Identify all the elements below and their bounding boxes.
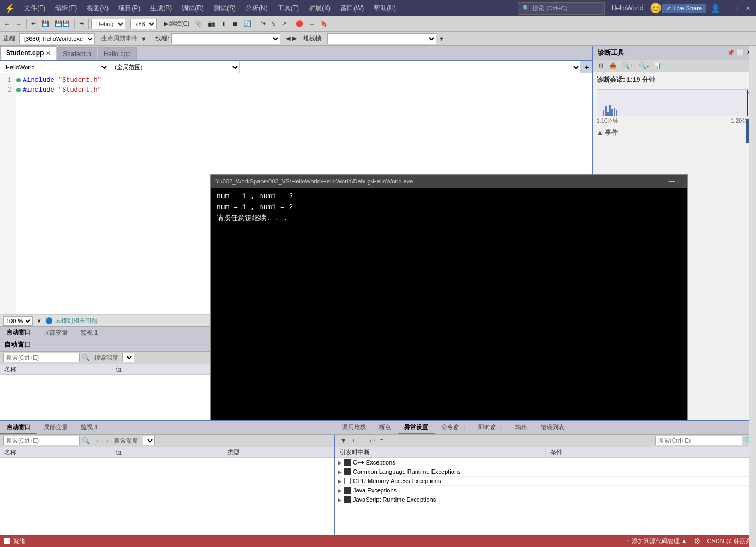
class-scope-select[interactable]: HelloWorld [0,61,109,73]
project-name: HelloWorld [611,4,643,12]
menu-edit[interactable]: 编辑(E) [51,2,81,15]
status-text: 就绪 [13,537,25,545]
platform-select[interactable]: x86 [130,19,157,29]
step-into-button[interactable]: ↘ [269,19,278,28]
undo-button[interactable]: ↩ [29,19,38,28]
back-button[interactable]: ← [2,20,13,28]
nav-left-btn[interactable]: ← [95,437,101,444]
profile-icon[interactable]: 👤 [711,4,720,13]
except-tab-6[interactable]: 输出 [509,421,534,434]
expand-4[interactable]: ▶ [338,497,342,503]
show-next-button[interactable]: → [307,20,317,28]
console-minimize-button[interactable]: — [669,177,675,185]
columns-btn[interactable]: ≡ [379,437,385,444]
restore-default-btn[interactable]: ↩ [368,437,376,445]
step-out-button[interactable]: ↗ [279,19,289,28]
check-icon: 🔵 [45,317,53,324]
filter-icon[interactable]: ▼ [339,437,348,444]
auto-tab-1[interactable]: 自动窗口 [0,421,37,434]
nav-back-icon[interactable]: ◀ [286,35,290,42]
tab-student-h[interactable]: Student.h [57,47,97,60]
menu-help[interactable]: 帮助(H) [369,2,400,15]
close-button[interactable]: ✕ [744,4,752,12]
auto-tab-auto[interactable]: 自动窗口 [0,326,37,339]
auto-tab-2[interactable]: 局部变量 [37,421,74,434]
menu-extensions[interactable]: 扩展(X) [304,2,335,15]
diag-close-button[interactable]: ✕ [747,49,752,56]
save-button[interactable]: 💾 [39,19,51,28]
redo-button[interactable]: ↪ [77,19,86,28]
console-maximize-button[interactable]: □ [679,177,682,185]
except-tab-1[interactable]: 调用堆栈 [335,421,373,434]
diag-zoom-in-icon[interactable]: 🔍+ [621,62,635,70]
step-over-button[interactable]: ↷ [259,19,268,28]
except-label-4: JavaScript Runtime Exceptions [353,496,436,503]
expand-3[interactable]: ▶ [338,487,342,494]
menu-analyze[interactable]: 分析(N) [241,2,272,15]
except-icon-0 [344,459,351,466]
console-window: Y:\002_WorkSpace\002_VS\HelloWorld\Hello… [210,174,688,420]
add-source-button[interactable]: ↑ 添加到源代码管理 ▲ [627,537,687,545]
menu-view[interactable]: 视图(V) [82,2,113,15]
auto-search-input[interactable] [3,353,80,362]
search-depth-bottom-select[interactable] [143,436,155,445]
search-depth-select[interactable] [122,353,134,362]
add-exception-btn[interactable]: + [350,437,357,444]
member-scope-select[interactable] [240,61,580,73]
expand-1[interactable]: ▶ [338,469,342,475]
auto-tab-watch1[interactable]: 监视 1 [74,327,104,338]
process-select[interactable]: [3680] HelloWorld.exe [19,33,95,44]
restore-button[interactable]: □ [734,4,742,12]
restart-button[interactable]: 🔄 [242,19,254,28]
remove-exception-btn[interactable]: − [359,437,365,444]
nav-fwd-icon[interactable]: ▶ [292,35,297,42]
diag-export-icon[interactable]: 📤 [608,62,619,70]
menu-build[interactable]: 生成(B) [146,2,176,15]
method-scope-select[interactable]: (全局范围) [109,61,240,73]
diag-pin-button[interactable]: 📌 [727,49,735,56]
diag-zoom-out-icon[interactable]: 🔍- [637,62,650,70]
diag-float-button[interactable]: ⬜ [737,49,745,56]
except-tab-5[interactable]: 即时窗口 [472,421,509,434]
save-all-button[interactable]: 💾💾 [52,19,72,28]
breakpoints-button[interactable]: 🔴 [293,19,305,28]
menu-window[interactable]: 窗口(W) [336,2,368,15]
search-box[interactable]: 🔍 搜索 (Ctrl+Q) [518,2,605,15]
forward-button[interactable]: → [14,20,24,28]
attach-button[interactable]: 📎 [193,19,205,28]
nav-right-btn[interactable]: → [104,437,110,444]
zoom-select[interactable]: 100 % [3,316,33,326]
git-icon[interactable]: ⚙ [694,537,701,545]
expand-0[interactable]: ▶ [338,460,342,466]
except-tab-7[interactable]: 错误列表 [534,421,571,434]
thread-select[interactable] [171,33,280,44]
stop-button[interactable]: ⏹ [230,20,241,28]
expand-2[interactable]: ▶ [338,478,342,484]
menu-project[interactable]: 项目(P) [114,2,145,15]
stack-select[interactable] [327,33,436,44]
diag-chart-icon[interactable]: 📊 [652,62,663,70]
menu-tools[interactable]: 工具(T) [273,2,303,15]
diag-settings-icon[interactable]: ⚙ [597,62,605,70]
continue-button[interactable]: ▶ 继续(C) [161,19,191,29]
except-search-input[interactable] [655,436,742,445]
auto-search-bottom-input[interactable] [3,436,80,445]
except-tab-3[interactable]: 异常设置 [398,421,435,434]
debug-config-select[interactable]: Debug [91,19,125,29]
auto-tab-3[interactable]: 监视 1 [74,421,104,434]
tab-student-cpp[interactable]: Student.cpp ✕ [0,46,56,60]
pause-button[interactable]: ⏸ [219,20,229,28]
menu-file[interactable]: 文件(F) [20,2,50,15]
tab-hello-cpp[interactable]: Hello.cpp [98,47,137,60]
auto-tab-locals[interactable]: 局部变量 [37,327,74,338]
bookmark-button[interactable]: 🔖 [318,19,330,28]
add-file-button[interactable]: + [580,61,592,73]
screenshot-button[interactable]: 📷 [206,19,218,28]
live-share-button[interactable]: ↗ Live Share [662,4,706,13]
except-tab-4[interactable]: 命令窗口 [435,421,472,434]
minimize-button[interactable]: — [724,4,732,12]
menu-test[interactable]: 测试(S) [209,2,240,15]
menu-debug[interactable]: 调试(D) [177,2,208,15]
tab-close-student-cpp[interactable]: ✕ [46,50,50,56]
except-tab-2[interactable]: 断点 [373,421,398,434]
